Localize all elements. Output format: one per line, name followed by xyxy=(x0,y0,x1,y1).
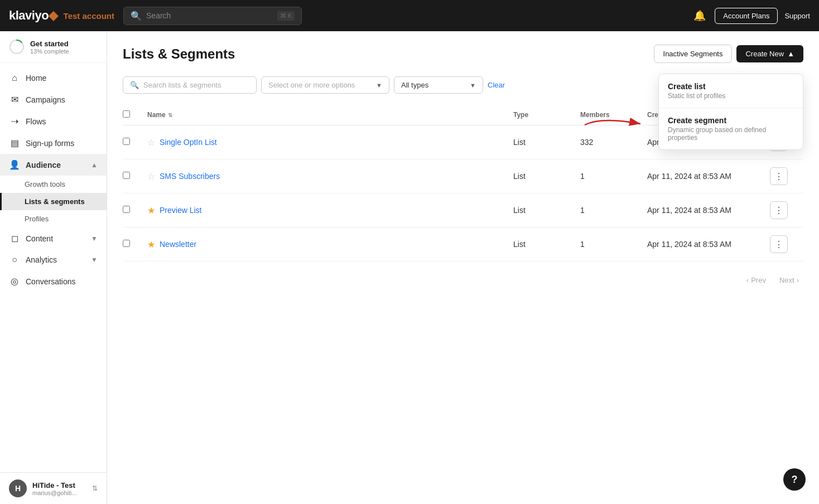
sidebar-item-analytics[interactable]: ○ Analytics ▼ xyxy=(0,249,107,270)
account-plans-button[interactable]: Account Plans xyxy=(715,8,778,24)
row2-name-link[interactable]: SMS Subscribers xyxy=(160,172,220,181)
sidebar-item-audience[interactable]: 👤 Audience ▲ xyxy=(0,154,107,176)
help-button[interactable]: ? xyxy=(783,468,806,491)
row3-more-button[interactable]: ⋮ xyxy=(770,201,788,219)
profiles-label: Profiles xyxy=(25,215,49,223)
prev-icon: ‹ xyxy=(746,276,749,284)
header-actions: Inactive Segments Create New ▲ xyxy=(654,45,803,63)
sidebar-nav: ⌂ Home ✉ Campaigns ⇢ Flows ▤ Sign-up for… xyxy=(0,63,107,472)
filter-search-icon: 🔍 xyxy=(130,81,139,89)
row1-checkbox[interactable] xyxy=(123,138,147,147)
create-list-subtitle: Static list of profiles xyxy=(668,92,794,100)
name-sort-icon: ⇅ xyxy=(168,112,172,118)
row4-star-icon[interactable]: ★ xyxy=(147,239,155,250)
row3-members: 1 xyxy=(580,206,647,215)
sidebar-item-sign-up-forms[interactable]: ▤ Sign-up forms xyxy=(0,132,107,154)
sidebar-item-content[interactable]: ◻ Content ▼ xyxy=(0,227,107,249)
th-name[interactable]: Name ⇅ xyxy=(147,111,513,119)
main-content: Lists & Segments Inactive Segments Creat… xyxy=(107,31,819,504)
layout: Get started 13% complete ⌂ Home ✉ Campai… xyxy=(0,31,819,504)
lists-segments-label: Lists & segments xyxy=(25,197,85,206)
campaigns-icon: ✉ xyxy=(9,94,20,105)
clear-button[interactable]: Clear xyxy=(488,81,505,89)
search-filter[interactable]: 🔍 xyxy=(123,76,257,94)
audience-chevron: ▲ xyxy=(91,161,98,169)
create-segment-item[interactable]: Create segment Dynamic group based on de… xyxy=(659,108,803,149)
row2-select-checkbox[interactable] xyxy=(123,172,130,179)
get-started-progress: 13% complete xyxy=(30,48,69,55)
sidebar-sub-lists-segments[interactable]: Lists & segments xyxy=(0,193,107,210)
support-button[interactable]: Support xyxy=(784,12,810,20)
search-lists-input[interactable] xyxy=(143,81,249,89)
flows-icon: ⇢ xyxy=(9,116,20,127)
row3-created: Apr 11, 2024 at 8:53 AM xyxy=(647,206,770,215)
type-filter[interactable]: All types ▼ xyxy=(394,76,483,94)
page-title: Lists & Segments xyxy=(123,46,235,62)
row2-more-button[interactable]: ⋮ xyxy=(770,167,788,185)
prev-button[interactable]: ‹ Prev xyxy=(742,273,770,288)
row2-type: List xyxy=(513,172,580,181)
search-shortcut: ⌘ K xyxy=(277,11,295,21)
search-box[interactable]: 🔍 ⌘ K xyxy=(123,7,302,25)
type-filter-label: All types xyxy=(401,81,428,89)
row3-name-link[interactable]: Preview List xyxy=(160,206,201,215)
row1-type: List xyxy=(513,138,580,147)
row2-checkbox[interactable] xyxy=(123,172,147,181)
sidebar-item-label-forms: Sign-up forms xyxy=(26,139,74,148)
row4-select-checkbox[interactable] xyxy=(123,240,130,247)
row3-checkbox[interactable] xyxy=(123,206,147,215)
avatar: H xyxy=(9,479,27,497)
sidebar-item-flows[interactable]: ⇢ Flows xyxy=(0,110,107,132)
row2-star-icon[interactable]: ☆ xyxy=(147,171,155,182)
next-button[interactable]: Next › xyxy=(775,273,803,288)
row2-name: ☆ SMS Subscribers xyxy=(147,171,513,182)
inactive-segments-button[interactable]: Inactive Segments xyxy=(654,45,733,63)
row1-select-checkbox[interactable] xyxy=(123,138,130,145)
forms-icon: ▤ xyxy=(9,138,20,148)
create-list-title: Create list xyxy=(668,82,794,91)
th-members: Members xyxy=(580,111,647,119)
bell-button[interactable]: 🔔 xyxy=(691,7,708,24)
th-type: Type xyxy=(513,111,580,119)
sidebar-item-label-audience: Audience xyxy=(26,161,61,169)
row3-star-icon[interactable]: ★ xyxy=(147,205,155,216)
sidebar-sub-profiles[interactable]: Profiles xyxy=(0,210,107,227)
create-list-item[interactable]: Create list Static list of profiles xyxy=(659,74,803,108)
sidebar-sub-audience: Growth tools Lists & segments Profiles xyxy=(0,176,107,227)
row3-actions: ⋮ xyxy=(770,201,803,219)
row1-members: 332 xyxy=(580,138,647,147)
row3-select-checkbox[interactable] xyxy=(123,206,130,213)
footer-email: marius@gohiti... xyxy=(32,490,77,496)
analytics-icon: ○ xyxy=(9,255,20,265)
row4-checkbox[interactable] xyxy=(123,240,147,249)
create-new-button[interactable]: Create New ▲ xyxy=(736,45,803,62)
footer-name: HiTide - Test xyxy=(32,481,77,490)
row1-name: ☆ Single OptIn List xyxy=(147,137,513,148)
options-filter-chevron: ▼ xyxy=(376,82,382,89)
search-input[interactable] xyxy=(146,11,273,20)
sidebar-item-home[interactable]: ⌂ Home xyxy=(0,67,107,89)
row4-members: 1 xyxy=(580,240,647,249)
logo-area: klaviyo◆ Test account xyxy=(9,8,114,23)
row1-star-icon[interactable]: ☆ xyxy=(147,137,155,148)
select-all-checkbox[interactable] xyxy=(123,110,130,118)
get-started-item[interactable]: Get started 13% complete xyxy=(0,31,107,63)
next-icon: › xyxy=(797,276,799,284)
row4-name-link[interactable]: Newsletter xyxy=(160,240,196,249)
get-started-title: Get started xyxy=(30,40,69,48)
row4-more-button[interactable]: ⋮ xyxy=(770,235,788,253)
sidebar-footer[interactable]: H HiTide - Test marius@gohiti... ⇅ xyxy=(0,472,107,504)
footer-text: HiTide - Test marius@gohiti... xyxy=(32,481,77,496)
create-new-label: Create New xyxy=(745,50,784,58)
sidebar-sub-growth-tools[interactable]: Growth tools xyxy=(0,176,107,193)
row4-created: Apr 11, 2024 at 8:53 AM xyxy=(647,240,770,249)
sidebar-item-conversations[interactable]: ◎ Conversations xyxy=(0,270,107,292)
pagination: ‹ Prev Next › xyxy=(123,273,803,288)
sidebar-item-campaigns[interactable]: ✉ Campaigns xyxy=(0,89,107,110)
topnav: klaviyo◆ Test account 🔍 ⌘ K 🔔 Account Pl… xyxy=(0,0,819,31)
row1-name-link[interactable]: Single OptIn List xyxy=(160,138,217,147)
sidebar-item-label-conversations: Conversations xyxy=(26,277,76,286)
options-filter[interactable]: Select one or more options ▼ xyxy=(261,76,389,94)
sidebar-item-label-content: Content xyxy=(26,234,53,243)
content-chevron: ▼ xyxy=(91,235,98,243)
